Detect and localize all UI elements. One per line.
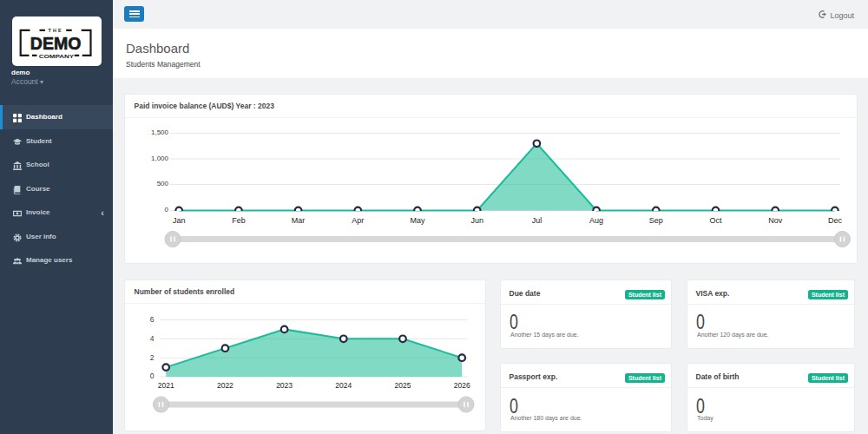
svg-text:Oct: Oct (709, 216, 722, 225)
svg-text:Nov: Nov (768, 216, 783, 225)
svg-text:500: 500 (157, 180, 169, 187)
svg-text:May: May (410, 216, 425, 225)
svg-text:DEMO: DEMO (30, 32, 81, 52)
svg-text:Sep: Sep (649, 216, 663, 225)
svg-text:Feb: Feb (232, 216, 246, 225)
svg-text:0: 0 (150, 372, 155, 380)
svg-text:2024: 2024 (335, 381, 352, 390)
svg-text:2026: 2026 (454, 381, 470, 390)
svg-text:2: 2 (150, 353, 155, 362)
svg-text:1,000: 1,000 (151, 155, 169, 162)
svg-text:Jun: Jun (470, 216, 483, 225)
svg-text:Apr: Apr (352, 216, 364, 225)
svg-text:2025: 2025 (395, 381, 411, 390)
svg-text:THE: THE (48, 27, 62, 32)
svg-text:Aug: Aug (589, 216, 603, 225)
svg-text:4: 4 (150, 334, 155, 343)
svg-text:Dec: Dec (828, 216, 843, 225)
svg-text:1,500: 1,500 (151, 128, 169, 136)
svg-text:Jul: Jul (532, 216, 542, 225)
svg-text:COMPANY: COMPANY (38, 53, 74, 58)
svg-text:0: 0 (165, 206, 169, 214)
svg-text:Jan: Jan (173, 216, 186, 225)
svg-text:2023: 2023 (276, 381, 293, 390)
svg-text:Mar: Mar (292, 216, 306, 225)
svg-text:6: 6 (150, 315, 155, 324)
svg-text:2022: 2022 (217, 381, 233, 390)
svg-text:2021: 2021 (158, 381, 174, 390)
